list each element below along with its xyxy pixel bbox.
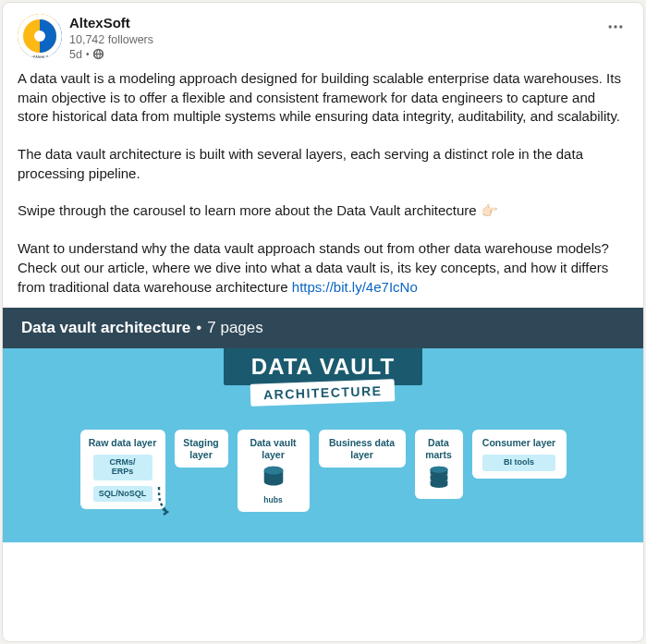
header-info: AltexSoft 10,742 followers 5d • [69, 14, 628, 62]
svg-point-3 [614, 25, 616, 28]
layer-consumer: Consumer layer BI tools [472, 430, 567, 478]
avatar-caption: #StandWithUkraine [18, 55, 61, 58]
post-body: A data vault is a modeling approach desi… [3, 62, 643, 308]
text: Swipe through the carousel to learn more… [18, 202, 481, 218]
meta-separator: • [86, 48, 90, 60]
post-paragraph: The data vault architecture is built wit… [18, 145, 628, 183]
svg-point-4 [619, 25, 622, 28]
flow-arrow-icon [155, 485, 174, 520]
post-paragraph: Want to understand why the data vault ap… [18, 239, 628, 297]
globe-icon [92, 48, 104, 60]
post-card: #StandWithUkraine AltexSoft 10,742 follo… [2, 2, 644, 642]
article-link[interactable]: https://bit.ly/4e7IcNo [292, 279, 418, 295]
database-icon [426, 466, 452, 492]
svg-point-1 [34, 30, 45, 42]
svg-point-6 [263, 467, 283, 475]
carousel-page-count: 7 pages [207, 319, 263, 337]
chip-bi-tools: BI tools [482, 455, 555, 471]
org-avatar[interactable]: #StandWithUkraine [18, 14, 62, 58]
document-carousel[interactable]: Data vault architecture • 7 pages DATA V… [3, 308, 643, 542]
layer-title: Data marts [421, 437, 457, 460]
carousel-header: Data vault architecture • 7 pages [3, 308, 643, 348]
chip-crm-erp: CRMs/ ERPs [93, 455, 152, 480]
layer-raw-data: Raw data layer CRMs/ ERPs SQL/NoSQL [80, 430, 165, 509]
layer-business-data: Business data layer [319, 430, 406, 468]
post-header: #StandWithUkraine AltexSoft 10,742 follo… [3, 3, 643, 62]
carousel-title: Data vault architecture [21, 319, 190, 337]
layers-row: Raw data layer CRMs/ ERPs SQL/NoSQL Stag… [3, 404, 643, 512]
more-options-button[interactable] [601, 12, 630, 42]
followers-count: 10,742 followers [69, 32, 628, 47]
layer-title: Raw data layer [89, 437, 157, 449]
layer-data-vault: Data vault layer hubs [238, 430, 310, 512]
layer-title: Business data layer [324, 437, 400, 460]
carousel-separator: • [196, 319, 201, 337]
layer-data-marts: Data marts [415, 430, 463, 499]
database-icon [261, 466, 286, 492]
svg-point-8 [430, 467, 447, 473]
svg-point-2 [609, 25, 612, 28]
layer-title: Data vault layer [243, 437, 304, 460]
pointing-hand-emoji: 👉🏻 [481, 202, 498, 218]
post-paragraph: A data vault is a modeling approach desi… [18, 69, 628, 127]
chip-sql-nosql: SQL/NoSQL [93, 486, 152, 503]
layer-staging: Staging layer [175, 430, 228, 468]
post-time: 5d [69, 47, 82, 62]
post-meta: 5d • [69, 47, 628, 62]
post-paragraph: Swipe through the carousel to learn more… [18, 201, 628, 221]
hubs-label: hubs [263, 495, 282, 504]
carousel-slide[interactable]: DATA VAULT ARCHITECTURE Raw data layer C… [3, 348, 643, 542]
org-name[interactable]: AltexSoft [69, 14, 628, 32]
slide-subtitle: ARCHITECTURE [250, 379, 396, 406]
layer-title: Staging layer [180, 437, 223, 460]
layer-title: Consumer layer [482, 437, 555, 449]
